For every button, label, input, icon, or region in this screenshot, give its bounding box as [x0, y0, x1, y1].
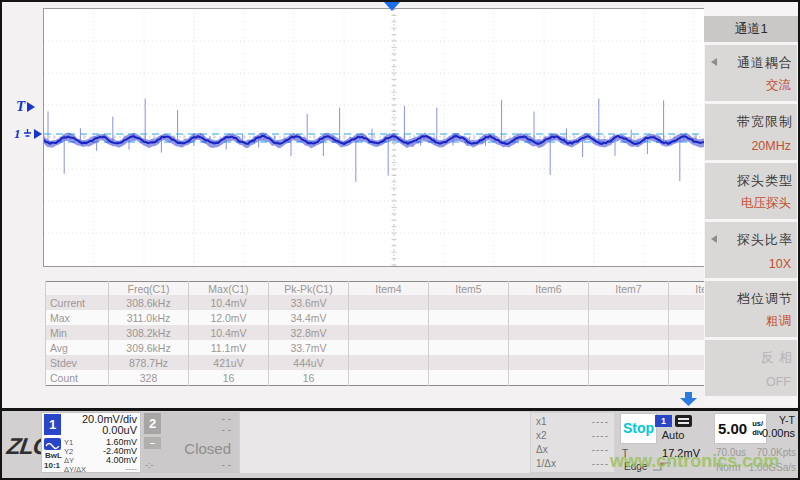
measurement-cell: 878.7Hz — [109, 355, 189, 370]
measurement-cell — [589, 295, 669, 310]
measurement-cell — [589, 355, 669, 370]
measurement-cell — [429, 325, 509, 340]
sidebar-button-bandwidth-limit[interactable]: 带宽限制 20MHz — [705, 104, 797, 160]
measurement-cell — [349, 355, 429, 370]
ground-icon — [23, 129, 32, 139]
bandwidth-limit-indicator: BwL — [45, 451, 62, 460]
button-label: 探头类型 — [737, 172, 793, 190]
row-label: Stdev — [46, 355, 109, 370]
measurement-cell — [589, 340, 669, 355]
measurement-cell — [429, 355, 509, 370]
trigger-mode: Auto — [653, 429, 693, 441]
measurement-cell — [429, 310, 509, 325]
run-state-indicator: Stop — [620, 413, 657, 444]
button-value: 20MHz — [751, 139, 791, 153]
sidebar-button-invert: 反 相 OFF — [705, 340, 797, 396]
table-row: Count3281616 — [46, 370, 705, 386]
sidebar-button-probe-type[interactable]: 探头类型 电压探头 — [705, 163, 797, 219]
button-value: 交流 — [766, 77, 791, 94]
measurement-cell — [509, 325, 589, 340]
measurement-cell — [509, 355, 589, 370]
table-header-row: Freq(C1)Max(C1)Pk-Pk(C1)Item4Item5Item6I… — [46, 282, 705, 296]
measurement-cell: 16 — [269, 370, 349, 386]
measurement-cell — [349, 295, 429, 310]
table-row: Avg309.6kHz11.1mV33.7mV — [46, 340, 705, 355]
right-arrow-icon — [27, 102, 35, 112]
channel2-divider: -:- — [145, 460, 154, 470]
trigger-position-marker-icon[interactable] — [384, 2, 400, 11]
measurement-cell — [669, 340, 705, 355]
column-header: Pk-Pk(C1) — [269, 282, 349, 296]
measurement-cell — [349, 370, 429, 386]
row-label: Count — [46, 370, 109, 386]
left-arrow-icon — [711, 58, 717, 66]
measurement-cell — [349, 340, 429, 355]
watermark: www.cntronics.com — [610, 451, 779, 472]
cursor-row: x1---- — [531, 415, 614, 429]
oscilloscope-screen: T 1 Freq(C1)Max(C1)Pk-Pk(C1)Item4Item5It… — [0, 0, 800, 480]
button-label: 反 相 — [760, 349, 793, 367]
measurement-cell — [509, 310, 589, 325]
channel1-offset: 0.00uV — [102, 424, 137, 436]
row-label: Avg — [46, 340, 109, 355]
measurement-cell — [509, 370, 589, 386]
waveform-grid — [43, 8, 705, 267]
waveform-trace — [44, 9, 704, 266]
cursor-row: ΔY/ΔX---- — [64, 465, 137, 474]
ac-coupling-icon — [44, 438, 61, 450]
measurement-cell: 308.6kHz — [109, 295, 189, 310]
button-label: 探头比率 — [737, 231, 793, 249]
channel1-status-block[interactable]: 1 20.0mV/div 0.00uV BwL 10:1 Y11.60mV Y2… — [41, 412, 141, 473]
button-value: 电压探头 — [741, 195, 791, 212]
channel2-coupling-badge: – — [144, 437, 161, 449]
measurement-cell — [669, 295, 705, 310]
button-label: 档位调节 — [737, 290, 793, 308]
measurement-cell — [669, 310, 705, 325]
channel1-badge: 1 — [44, 414, 61, 435]
measurement-cell: 309.6kHz — [109, 340, 189, 355]
sidebar-button-coupling[interactable]: 通道耦合 交流 — [705, 45, 797, 101]
row-label: Current — [46, 295, 109, 310]
probe-ratio-indicator: 10:1 — [44, 461, 60, 470]
channel2-status-block[interactable]: 2 - - - - – Closed -:- - - — [142, 412, 239, 473]
measurement-cell: 34.4mV — [269, 310, 349, 325]
sidebar-button-gear-adjust[interactable]: 档位调节 粗调 — [705, 281, 797, 337]
sidebar-button-probe-ratio[interactable]: 探头比率 10X — [705, 222, 797, 278]
measurement-cell: 10.4mV — [189, 295, 269, 310]
table-scroll-down-arrow-icon[interactable] — [680, 392, 697, 406]
cursor-row: x2---- — [531, 429, 614, 443]
measurement-cell — [349, 325, 429, 340]
row-label: Min — [46, 325, 109, 340]
channel2-offset: - - — [222, 424, 231, 435]
measurement-cell — [589, 370, 669, 386]
measurement-table: Freq(C1)Max(C1)Pk-Pk(C1)Item4Item5Item6I… — [45, 281, 704, 386]
column-header: Item6 — [509, 282, 589, 296]
trigger-level-marker[interactable]: T — [16, 98, 35, 115]
measurement-cell: 444uV — [269, 355, 349, 370]
x-cursor-readouts: x1---- x2---- Δx---- 1/Δx---- — [531, 413, 614, 472]
trigger-source-badge: 1 — [655, 415, 672, 427]
measurement-cell — [429, 370, 509, 386]
table-row: Stdev878.7Hz421uV444uV — [46, 355, 705, 370]
table-row: Min308.2kHz10.4mV32.8mV — [46, 325, 705, 340]
empty-panel — [240, 412, 530, 473]
measurement-cell: 33.6mV — [269, 295, 349, 310]
measurement-cell — [349, 310, 429, 325]
measurement-cell — [589, 325, 669, 340]
timebase-scale-box: 5.00 us/div — [714, 413, 767, 444]
table-row: Current308.6kHz10.4mV33.6mV — [46, 295, 705, 310]
sidebar-title: 通道1 — [704, 16, 798, 42]
trigger-level-label: T — [16, 98, 25, 115]
left-arrow-icon — [711, 235, 717, 243]
trigger-delay: 0.00ns — [762, 427, 795, 439]
measurement-cell — [669, 370, 705, 386]
measurement-cell: 11.1mV — [189, 340, 269, 355]
channel2-extra: - - — [222, 459, 231, 470]
column-header — [46, 282, 109, 296]
measurement-cell — [669, 355, 705, 370]
button-value: 粗调 — [766, 313, 791, 330]
button-value: 10X — [769, 257, 791, 271]
channel1-position-marker[interactable]: 1 — [14, 126, 42, 142]
measurement-cell: 311.0kHz — [109, 310, 189, 325]
measurement-cell — [669, 325, 705, 340]
